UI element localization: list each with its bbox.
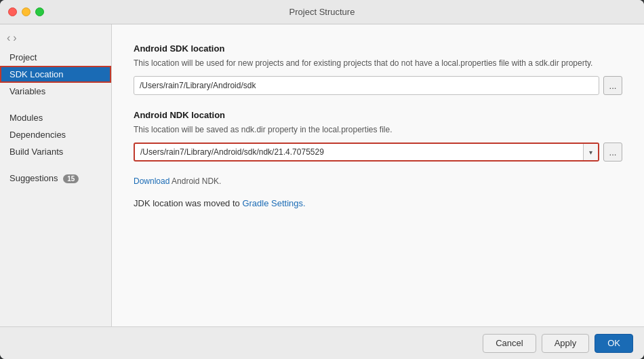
window-controls — [8, 7, 44, 16]
sidebar-item-build-variants[interactable]: Build Variants — [0, 143, 111, 160]
nav-arrows: ‹ › — [0, 30, 111, 49]
sidebar-item-suggestions[interactable]: Suggestions 15 — [0, 170, 111, 187]
sidebar: ‹ › Project SDK Location Variables Modul… — [0, 24, 112, 326]
main-panel: Android SDK location This location will … — [112, 24, 644, 326]
sidebar-item-sdk-location[interactable]: SDK Location — [0, 66, 111, 83]
ndk-description: This location will be saved as ndk.dir p… — [134, 124, 622, 136]
ndk-browse-button[interactable]: ... — [603, 143, 622, 162]
android-ndk-section: Android NDK location This location will … — [134, 110, 622, 186]
sdk-title: Android SDK location — [134, 43, 622, 54]
ok-button[interactable]: OK — [595, 334, 633, 353]
sdk-browse-button[interactable]: ... — [603, 76, 622, 95]
ndk-download-note: Download Android NDK. — [134, 176, 622, 186]
android-sdk-section: Android SDK location This location will … — [134, 43, 622, 110]
sdk-input-row: ... — [134, 76, 622, 95]
back-arrow[interactable]: ‹ — [7, 33, 10, 43]
ndk-input-wrapper: ▾ — [134, 143, 599, 162]
maximize-button[interactable] — [35, 7, 44, 16]
ndk-title: Android NDK location — [134, 110, 622, 120]
apply-button[interactable]: Apply — [542, 334, 590, 353]
sidebar-item-variables[interactable]: Variables — [0, 83, 111, 100]
sdk-description: This location will be used for new proje… — [134, 57, 622, 69]
content-spacer — [134, 208, 622, 313]
sidebar-item-dependencies[interactable]: Dependencies — [0, 126, 111, 143]
ndk-download-link[interactable]: Download — [134, 176, 169, 186]
minimize-button[interactable] — [22, 7, 31, 16]
sidebar-item-modules[interactable]: Modules — [0, 109, 111, 126]
jdk-note-prefix: JDK location was moved to — [134, 198, 240, 208]
jdk-note: JDK location was moved to Gradle Setting… — [134, 198, 622, 208]
ndk-download-suffix: Android NDK. — [172, 176, 221, 186]
sdk-path-input[interactable] — [134, 76, 599, 95]
sidebar-spacer — [0, 100, 111, 109]
content-area: ‹ › Project SDK Location Variables Modul… — [0, 24, 644, 326]
title-bar: Project Structure — [0, 0, 644, 24]
cancel-button[interactable]: Cancel — [483, 334, 536, 353]
close-button[interactable] — [8, 7, 17, 16]
suggestions-badge: 15 — [63, 174, 79, 183]
ndk-path-input[interactable] — [135, 144, 583, 160]
sidebar-spacer2 — [0, 160, 111, 170]
jdk-gradle-settings-link[interactable]: Gradle Settings. — [242, 198, 305, 208]
sidebar-item-project[interactable]: Project — [0, 49, 111, 66]
bottom-bar: Cancel Apply OK — [0, 326, 644, 359]
forward-arrow[interactable]: › — [13, 33, 16, 43]
ndk-input-row: ▾ ... — [134, 143, 622, 162]
window-title: Project Structure — [289, 7, 355, 17]
ndk-dropdown-button[interactable]: ▾ — [583, 144, 598, 160]
app-window: Project Structure ‹ › Project SDK Locati… — [0, 0, 644, 359]
